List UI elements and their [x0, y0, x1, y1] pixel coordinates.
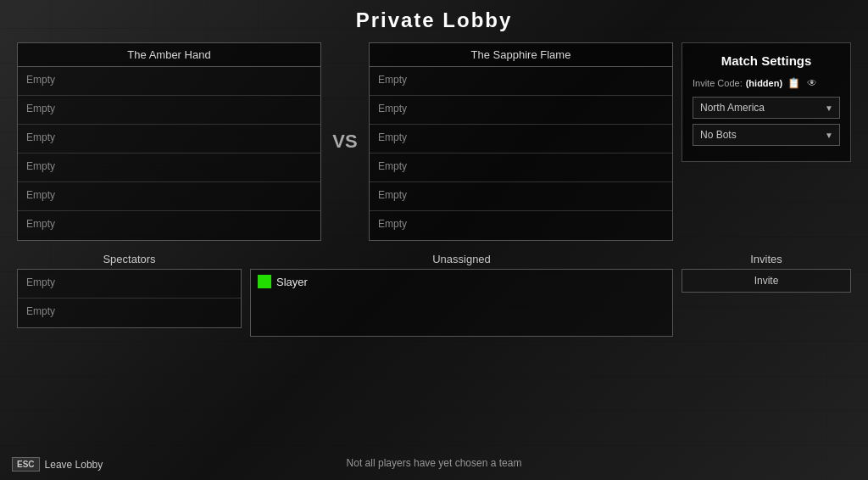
- unassigned-header: Unassigned: [250, 253, 673, 265]
- unassigned-player-0[interactable]: Slayer: [258, 275, 665, 288]
- invite-button[interactable]: Invite: [682, 269, 851, 293]
- region-select[interactable]: North America Europe Asia South America: [693, 97, 840, 119]
- team-amber-panel: The Amber Hand Empty Empty Empty Empty E…: [17, 42, 321, 241]
- bots-select[interactable]: No Bots 1 Bot 2 Bots 3 Bots: [693, 124, 840, 146]
- page-title: Private Lobby: [17, 8, 851, 32]
- team-sapphire-slot-4[interactable]: Empty: [370, 182, 672, 211]
- team-amber-slot-2[interactable]: Empty: [18, 125, 320, 153]
- invites-panel: Invites Invite: [682, 253, 851, 293]
- invites-header: Invites: [682, 253, 851, 265]
- team-sapphire-slot-0[interactable]: Empty: [370, 67, 672, 96]
- team-sapphire-header: The Sapphire Flame: [370, 43, 672, 67]
- invite-code-value: (hidden): [746, 78, 782, 88]
- toggle-invite-code-button[interactable]: 👁: [805, 76, 819, 90]
- match-settings-panel: Match Settings Invite Code: (hidden) 📋 👁…: [682, 42, 851, 162]
- settings-title: Match Settings: [693, 53, 840, 68]
- team-amber-slot-1[interactable]: Empty: [18, 96, 320, 125]
- spectators-body: Empty Empty: [17, 269, 242, 328]
- team-sapphire-panel: The Sapphire Flame Empty Empty Empty Emp…: [369, 42, 673, 241]
- spectators-panel: Spectators Empty Empty: [17, 253, 242, 328]
- unassigned-body: Slayer: [250, 269, 673, 337]
- team-sapphire-slot-5[interactable]: Empty: [370, 211, 672, 240]
- unassigned-panel: Unassigned Slayer: [250, 253, 673, 337]
- spectator-slot-1[interactable]: Empty: [18, 299, 241, 327]
- bottom-section: Spectators Empty Empty Unassigned Slayer: [17, 253, 851, 337]
- team-amber-slot-5[interactable]: Empty: [18, 211, 320, 240]
- invite-code-row: Invite Code: (hidden) 📋 👁: [693, 76, 840, 90]
- team-sapphire-slot-2[interactable]: Empty: [370, 125, 672, 153]
- invite-code-label: Invite Code:: [693, 78, 743, 88]
- bots-select-wrapper: No Bots 1 Bot 2 Bots 3 Bots: [693, 124, 840, 146]
- team-sapphire-slot-1[interactable]: Empty: [370, 96, 672, 125]
- team-amber-slot-3[interactable]: Empty: [18, 153, 320, 182]
- team-amber-header: The Amber Hand: [18, 43, 320, 67]
- player-name: Slayer: [276, 276, 308, 288]
- team-sapphire-slot-3[interactable]: Empty: [370, 153, 672, 182]
- player-color-indicator: [258, 275, 271, 288]
- spectator-slot-0[interactable]: Empty: [18, 270, 241, 299]
- team-amber-slot-4[interactable]: Empty: [18, 182, 320, 211]
- spectators-header: Spectators: [17, 253, 242, 265]
- main-area: The Amber Hand Empty Empty Empty Empty E…: [17, 42, 851, 241]
- team-amber-slot-0[interactable]: Empty: [18, 67, 320, 96]
- vs-label: VS: [328, 131, 362, 153]
- region-select-wrapper: North America Europe Asia South America: [693, 97, 840, 119]
- teams-section: The Amber Hand Empty Empty Empty Empty E…: [17, 42, 673, 241]
- main-content: Private Lobby The Amber Hand Empty Empty…: [0, 0, 868, 480]
- copy-invite-code-button[interactable]: 📋: [786, 76, 802, 90]
